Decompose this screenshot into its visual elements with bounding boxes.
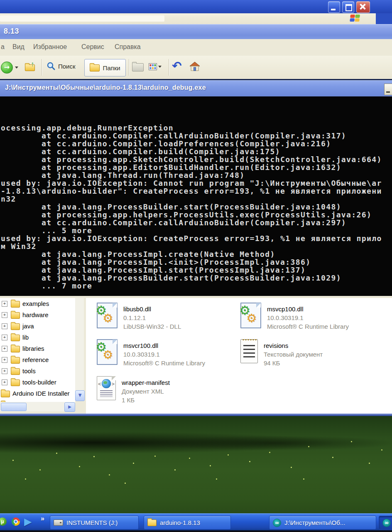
tree-item-partial[interactable]	[0, 399, 75, 402]
console-line: at processing.app.helpers.ProcessUtils.e…	[1, 211, 392, 219]
menu-item-help[interactable]: Справка	[115, 43, 141, 51]
scroll-down-button[interactable]: ▼	[75, 390, 85, 401]
taskbar: µ ▶ » INSTUMENTS (J:) arduino-1.8.13 ∞ J…	[0, 513, 392, 532]
expand-icon[interactable]	[2, 301, 7, 307]
maximize-button[interactable]	[342, 1, 354, 13]
views-button[interactable]	[149, 63, 162, 70]
taskbar-button-label: J:\Инструменты\Об...	[284, 519, 345, 526]
taskbar-button-instruments-drive[interactable]: INSTUMENTS (J:)	[50, 516, 139, 530]
tree-item-hardware[interactable]: hardware	[0, 309, 75, 320]
toolbar-separator	[129, 59, 129, 76]
close-button[interactable]	[356, 1, 370, 13]
expand-icon[interactable]	[2, 379, 7, 385]
folder-icon	[1, 391, 10, 397]
dll-file-icon: ⚙ ⚙	[97, 339, 118, 365]
expand-icon[interactable]	[2, 368, 7, 374]
strip-right-fill	[376, 13, 392, 24]
file-item-libusb0[interactable]: ⚙ ⚙ libusb0.dll 0.1.12.1 LibUSB-Win32 - …	[97, 303, 181, 331]
undo-arrow-icon: ↶	[172, 59, 181, 73]
folder-icon	[11, 323, 20, 330]
player-quicklaunch-icon[interactable]: ▶	[24, 516, 32, 527]
file-version: 0.1.12.1	[123, 313, 181, 322]
outer-window-titlebar[interactable]	[0, 0, 392, 13]
expand-icon[interactable]	[2, 346, 7, 352]
taskbar-button-label: INSTUMENTS (J:)	[66, 519, 118, 526]
console-line: n32	[1, 195, 392, 203]
menu-item-favorites[interactable]: Избранное	[33, 43, 67, 51]
search-button[interactable]: Поиск	[47, 62, 76, 71]
explorer-window-titlebar[interactable]: 8.13	[0, 24, 392, 39]
file-name: revisions	[264, 342, 323, 350]
tree-item-arduino-ide-installer[interactable]: Arduino IDE Installer	[0, 388, 75, 399]
taskbar-button-console[interactable]: ∞ J:\Инструменты\Об...	[269, 516, 376, 530]
drive-icon	[54, 520, 63, 526]
xml-file-icon: < >	[97, 376, 116, 400]
up-folder-button[interactable]: ↑	[24, 62, 37, 72]
scroll-right-button[interactable]: ▶	[64, 402, 75, 412]
folder-icon	[11, 312, 20, 319]
expand-icon[interactable]	[2, 323, 7, 329]
text-file-icon	[240, 339, 258, 363]
folder-icon	[147, 520, 157, 526]
file-name: msvcp100.dll	[267, 305, 349, 313]
console-window[interactable]: J:\Инструменты\Обычные\arduino-1.8.13\ar…	[0, 79, 392, 296]
taskbar-button-arduino-folder[interactable]: arduino-1.8.13	[144, 516, 231, 530]
console-line: at java.lang.ProcessBuilder.start(Proces…	[1, 274, 392, 282]
utorrent-quicklaunch-icon[interactable]: µ	[0, 517, 7, 526]
wallpaper-flowers	[0, 416, 1, 417]
move-to-button[interactable]	[132, 63, 144, 71]
console-line: -1.8.13\arduino-builder": CreateProcess …	[1, 187, 392, 195]
tree-item-libraries[interactable]: libraries	[0, 343, 75, 354]
minimize-button[interactable]	[328, 1, 340, 13]
file-item-msvcp100[interactable]: ⚙ ⚙ msvcp100.dll 10.0.30319.1 Microsoft®…	[240, 303, 349, 331]
tree-horizontal-scrollbar[interactable]: ▶	[0, 402, 75, 411]
forward-button[interactable]: →	[1, 62, 13, 74]
file-description: Microsoft® C Runtime Library	[267, 322, 349, 331]
menu-item-view[interactable]: Вид	[12, 43, 24, 51]
file-list: ⚙ ⚙ libusb0.dll 0.1.12.1 LibUSB-Win32 - …	[86, 298, 392, 414]
file-name: msvcr100.dll	[123, 342, 205, 350]
file-item-revisions[interactable]: revisions Текстовый документ 94 КБ	[240, 339, 323, 367]
scrollbar-thumb[interactable]	[1, 403, 27, 411]
expand-icon[interactable]	[2, 335, 7, 340]
console-line: at processing.app.SketchController.build…	[1, 155, 392, 163]
expand-icon[interactable]	[2, 357, 7, 363]
chevron-icon: »	[41, 515, 44, 522]
forward-dropdown-icon[interactable]	[15, 66, 18, 69]
console-line: used by: java.io.IOException: Cannot run…	[1, 179, 392, 187]
menu-item-fragment[interactable]: а	[1, 43, 5, 51]
quicklaunch-overflow-chevron[interactable]: »	[41, 515, 44, 522]
play-icon: ▶	[24, 516, 32, 527]
console-line: ... 7 more	[1, 282, 392, 290]
menu-item-tools[interactable]: Сервис	[81, 43, 104, 51]
tree-item-java[interactable]: java	[0, 320, 75, 332]
folders-button[interactable]: Папки	[84, 59, 126, 76]
arduino-icon: ∞	[382, 519, 391, 527]
tree-vertical-scrollbar[interactable]: ▼	[75, 298, 84, 401]
tree-item-label: hardware	[22, 311, 49, 318]
tree-item-examples[interactable]: examples	[0, 298, 75, 309]
chrome-hub	[14, 520, 18, 524]
console-titlebar[interactable]: J:\Инструменты\Обычные\arduino-1.8.13\ar…	[0, 80, 392, 96]
tree-item-tools-builder[interactable]: tools-builder	[0, 377, 75, 388]
toolbar-separator	[169, 59, 169, 76]
console-minimize-button[interactable]	[384, 84, 392, 95]
tree-item-lib[interactable]: lib	[0, 332, 75, 343]
gear-icon: ⚙	[103, 349, 113, 361]
file-item-wrapper-manifest[interactable]: < > wrapper-manifest Документ XML 1 КБ	[97, 376, 170, 404]
search-icon	[47, 62, 56, 71]
minimize-icon	[331, 9, 336, 10]
chevron-right-icon: ▶	[68, 404, 71, 409]
taskbar-button-active[interactable]: ∞	[379, 516, 392, 530]
console-line: at cc.arduino.Compiler.callArduinoBuilde…	[1, 219, 392, 227]
tree-item-tools[interactable]: tools	[0, 365, 75, 377]
chrome-quicklaunch-icon[interactable]	[12, 517, 20, 526]
console-line: ocessing.app.debug.RunnerException	[1, 124, 392, 132]
menu-strip-band	[0, 15, 164, 22]
expand-icon[interactable]	[2, 312, 7, 318]
home-button[interactable]	[189, 62, 200, 73]
folder-icon	[11, 335, 20, 341]
undo-button[interactable]: ↶	[172, 59, 181, 73]
tree-item-reference[interactable]: reference	[0, 354, 75, 365]
file-item-msvcr100[interactable]: ⚙ ⚙ msvcr100.dll 10.0.30319.1 Microsoft®…	[97, 339, 205, 367]
